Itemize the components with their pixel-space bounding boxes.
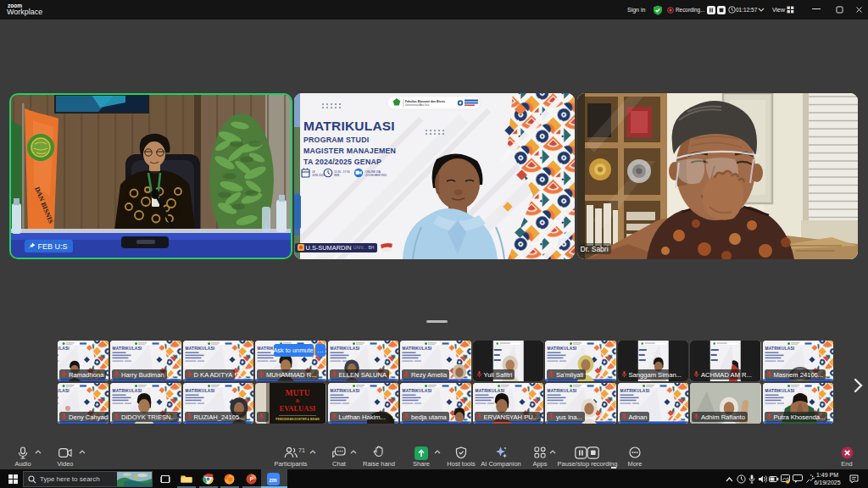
svg-text:MUTU: MUTU	[285, 389, 309, 397]
svg-text:MATRIKULASI: MATRIKULASI	[548, 389, 577, 393]
svg-text:MATRIKULASI: MATRIKULASI	[403, 347, 432, 351]
svg-text:&: &	[296, 398, 300, 403]
svg-text:MATRIKULASI: MATRIKULASI	[185, 347, 214, 351]
svg-text:MATRIKULASI: MATRIKULASI	[113, 389, 142, 393]
svg-text:WIB: WIB	[334, 174, 339, 177]
svg-text:MATRIKULASI: MATRIKULASI	[58, 389, 70, 393]
svg-text:TA 2024/2025 GENAP: TA 2024/2025 GENAP	[303, 158, 381, 166]
svg-text:EVALUASI: EVALUASI	[280, 404, 317, 413]
svg-text:Universitas Abu Ura: Universitas Abu Ura	[405, 103, 429, 107]
svg-text:MATRIKULASI: MATRIKULASI	[403, 389, 432, 393]
svg-text:MATRIKULASI: MATRIKULASI	[113, 347, 142, 351]
svg-text:PENDIDIKAN DOKTER & BIDAN: PENDIDIKAN DOKTER & BIDAN	[275, 418, 320, 421]
svg-text:zm: zm	[270, 477, 277, 483]
svg-text:PROGRAM STUDI: PROGRAM STUDI	[303, 136, 369, 144]
svg-text:ZOOM MEETING: ZOOM MEETING	[365, 174, 387, 177]
svg-text:MATRIKULASI: MATRIKULASI	[303, 119, 395, 133]
svg-text:MAGISTER MANAJEMEN: MAGISTER MANAJEMEN	[303, 147, 396, 155]
svg-text:MATRIKULASI: MATRIKULASI	[620, 389, 649, 393]
svg-text:MATRIKULASI: MATRIKULASI	[330, 389, 359, 393]
svg-text:MATRIKULASI: MATRIKULASI	[185, 389, 214, 393]
svg-text:MATRIKULASI: MATRIKULASI	[765, 389, 794, 393]
svg-text:MATRIKULASI: MATRIKULASI	[475, 389, 504, 393]
svg-text:MATRIKULASI: MATRIKULASI	[58, 347, 70, 351]
svg-text:MATRIKULASI: MATRIKULASI	[330, 347, 359, 351]
svg-text:MATRIKULASI: MATRIKULASI	[765, 347, 794, 351]
svg-text:JUNI 2025: JUNI 2025	[312, 174, 325, 177]
svg-text:MATRIKULASI: MATRIKULASI	[548, 347, 577, 351]
svg-text:P: P	[249, 476, 253, 482]
